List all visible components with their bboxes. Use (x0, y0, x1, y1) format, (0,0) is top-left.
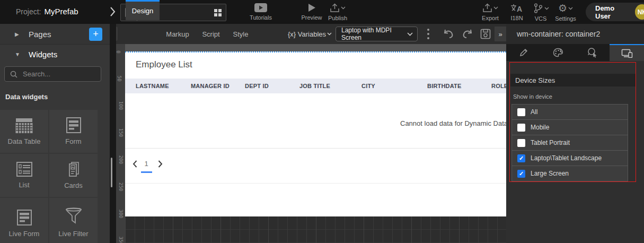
section-label: Data widgets (5, 93, 48, 101)
tab-style[interactable]: Style (226, 24, 255, 44)
user-menu[interactable]: Demo User NK (586, 3, 644, 21)
i18n-translate-icon: A (510, 3, 523, 13)
settings-label: Settings (555, 15, 576, 22)
device-option-laptop-tablet-landscape[interactable]: Laptop\Tablet Landscape (512, 150, 628, 166)
cards-icon (66, 161, 82, 177)
device-option-all[interactable]: All (512, 105, 628, 119)
page-preview[interactable]: Employee List LASTNAME MANAGER ID DEPT I… (125, 51, 506, 216)
column-header[interactable]: JOB TITLE (299, 83, 361, 89)
ruler-mark: 0 (116, 50, 121, 53)
settings-button[interactable]: ⚙ Settings (547, 3, 584, 22)
checkbox[interactable] (517, 124, 525, 132)
checkbox-label: All (531, 108, 537, 116)
select-chevron-icon (407, 32, 413, 36)
chevron-right-icon (158, 160, 163, 168)
vcs-branch-icon (533, 3, 549, 13)
tab-device-sizes[interactable] (610, 44, 644, 61)
widget-card-live-form[interactable]: Live Form (0, 198, 48, 243)
device-sizes-title: Device Sizes (515, 76, 555, 84)
checkbox-label: Mobile (531, 124, 549, 131)
variables-label: {x} Variables (288, 30, 326, 38)
sidebar-item-pages[interactable]: ▶ Pages + (0, 24, 110, 45)
widget-search[interactable] (4, 66, 101, 82)
canvas-grid (125, 216, 506, 243)
publish-label: Publish (328, 15, 347, 21)
wavemaker-studio: Project: MyPrefab Main Tutorials Preview (0, 0, 644, 243)
widget-label: Data Table (8, 137, 41, 145)
panel-expand-button[interactable]: » (495, 27, 506, 41)
preview-play-icon (307, 3, 316, 12)
checkbox[interactable] (517, 154, 525, 162)
devices-icon (621, 49, 633, 58)
tab-events[interactable] (575, 44, 610, 61)
device-option-tablet-portrait[interactable]: Tablet Portrait (512, 135, 628, 150)
pages-collapsed-icon: ▶ (15, 31, 21, 37)
sidebar-item-widgets[interactable]: ▼ Widgets (0, 45, 110, 64)
widget-label: Live Form (9, 230, 40, 238)
chevron-left-icon (133, 160, 137, 168)
checkbox[interactable] (517, 170, 525, 178)
tutorials-label: Tutorials (250, 14, 272, 21)
inspector-tabs (506, 44, 644, 61)
pagination-next-button[interactable] (155, 159, 165, 169)
column-header[interactable]: DEPT ID (245, 83, 299, 89)
widget-card-list[interactable]: List (0, 154, 48, 197)
undo-button[interactable] (441, 27, 456, 41)
tab-properties[interactable] (506, 44, 541, 61)
device-sizes-section-header: Device Sizes (510, 74, 636, 86)
widget-label: Cards (64, 181, 83, 189)
widget-card-data-table[interactable]: Data Table (0, 110, 48, 153)
page-grid-icon[interactable] (214, 9, 222, 16)
widget-card-form[interactable]: Form (49, 110, 98, 153)
save-button[interactable] (478, 27, 493, 41)
tab-script[interactable]: Script (196, 24, 226, 44)
column-header[interactable]: LASTNAME (125, 83, 191, 89)
add-page-button[interactable]: + (89, 28, 102, 41)
widget-card-live-filter[interactable]: Live Filter (49, 198, 98, 243)
device-select[interactable]: Laptop with MDPI Screen (336, 27, 418, 41)
widget-sidebar: ▶ Pages + ▼ Widgets Data widgets Data Ta… (0, 24, 110, 243)
checkbox[interactable] (517, 108, 525, 116)
palette-icon (553, 48, 563, 57)
breadcrumb-chevron-icon (109, 6, 116, 18)
pagination-active-bar (141, 171, 152, 173)
device-checkbox-list: All Mobile Tablet Portrait Laptop\Tablet… (511, 104, 628, 181)
tab-styles[interactable] (541, 44, 575, 61)
divider (125, 148, 506, 149)
tutorials-button[interactable]: Tutorials (242, 3, 279, 21)
project-breadcrumb: Project: MyPrefab (16, 7, 78, 16)
variables-button[interactable]: {x} Variables (288, 28, 332, 40)
avatar: NK (635, 4, 644, 20)
sidebar-scrollbar[interactable] (111, 158, 112, 187)
device-option-large-screen[interactable]: Large Screen (512, 166, 628, 181)
redo-button[interactable] (460, 27, 475, 41)
save-icon (480, 29, 491, 39)
ruler-mark: 300 (118, 210, 123, 218)
project-name: MyPrefab (44, 7, 78, 16)
redo-icon (462, 29, 473, 39)
sidebar-gutter (110, 24, 116, 243)
column-header[interactable]: BIRTHDATE (427, 83, 491, 89)
checkbox-label: Laptop\Tablet Landscape (531, 154, 602, 162)
device-option-mobile[interactable]: Mobile (512, 119, 628, 135)
search-input[interactable] (22, 70, 93, 79)
divider (125, 183, 506, 184)
more-options-button[interactable] (424, 27, 433, 41)
search-icon (10, 71, 17, 78)
form-icon (66, 117, 82, 133)
column-header[interactable]: MANAGER ID (191, 83, 245, 89)
show-in-device-label: Show in device (513, 93, 552, 100)
widget-card-cards[interactable]: Cards (49, 154, 98, 197)
publish-button[interactable]: Publish (319, 3, 356, 21)
datatable-title: Employee List (136, 59, 192, 70)
canvas-top-strip (125, 44, 506, 51)
tab-markup[interactable]: Markup (160, 24, 196, 44)
column-header[interactable]: CITY (361, 83, 427, 89)
tab-design[interactable]: Design (126, 0, 160, 20)
checkbox[interactable] (517, 139, 525, 147)
top-bar: Project: MyPrefab Main Tutorials Preview (0, 0, 644, 24)
pagination-prev-button[interactable] (129, 159, 140, 169)
svg-text:A: A (517, 5, 522, 13)
pagination-current-page[interactable]: 1 (140, 160, 153, 168)
column-header[interactable]: ROLE (491, 83, 506, 89)
